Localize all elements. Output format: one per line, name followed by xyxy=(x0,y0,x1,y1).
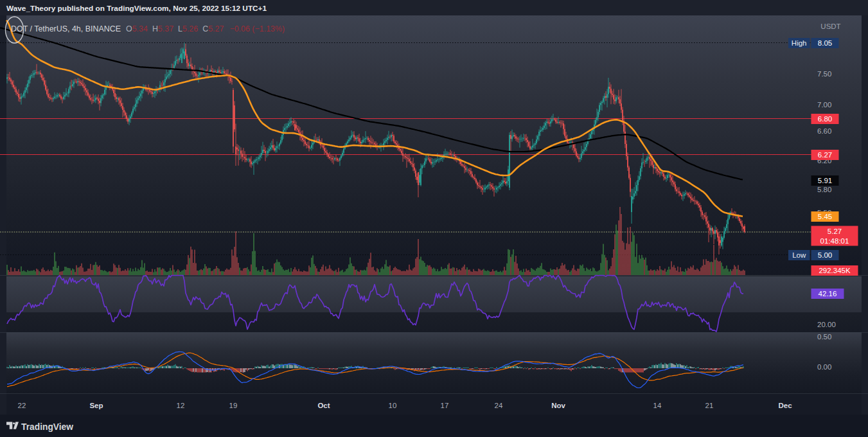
svg-text:20.00: 20.00 xyxy=(817,321,836,328)
svg-text:22: 22 xyxy=(18,402,26,409)
svg-text:TradingView: TradingView xyxy=(21,422,73,432)
svg-text:7.00: 7.00 xyxy=(817,101,831,109)
svg-text:17: 17 xyxy=(441,402,449,409)
svg-text:6.60: 6.60 xyxy=(817,127,831,135)
svg-text:Low: Low xyxy=(792,251,806,259)
svg-text:High: High xyxy=(792,39,807,47)
svg-text:Nov: Nov xyxy=(551,402,565,409)
svg-text:14: 14 xyxy=(653,402,662,409)
svg-text:Dec: Dec xyxy=(778,402,792,409)
svg-text:5.27: 5.27 xyxy=(828,227,842,235)
svg-text:Sep: Sep xyxy=(89,402,103,409)
svg-text:01:48:01: 01:48:01 xyxy=(820,237,849,245)
svg-text:19: 19 xyxy=(229,402,238,409)
svg-text:6.80: 6.80 xyxy=(818,115,832,123)
svg-text:0.50: 0.50 xyxy=(817,333,831,341)
svg-text:10: 10 xyxy=(389,402,397,409)
svg-text:5.00: 5.00 xyxy=(818,251,832,259)
svg-text:21: 21 xyxy=(705,402,714,409)
svg-text:Oct: Oct xyxy=(317,402,330,409)
svg-text:5.91: 5.91 xyxy=(818,177,832,184)
svg-text:24: 24 xyxy=(495,402,503,409)
svg-text:Wave_Theory published on Tradi: Wave_Theory published on TradingView.com… xyxy=(6,4,267,13)
svg-text:12: 12 xyxy=(177,402,185,409)
svg-text:5.80: 5.80 xyxy=(817,186,831,193)
svg-text:8.05: 8.05 xyxy=(818,39,832,47)
svg-text:42.16: 42.16 xyxy=(819,290,837,298)
svg-text:7.50: 7.50 xyxy=(817,70,831,78)
svg-text:292.345K: 292.345K xyxy=(819,267,851,274)
svg-text:0.00: 0.00 xyxy=(817,363,831,371)
svg-text:5.45: 5.45 xyxy=(818,213,832,220)
svg-text:USDT: USDT xyxy=(820,22,840,30)
svg-text:6.27: 6.27 xyxy=(818,151,832,159)
